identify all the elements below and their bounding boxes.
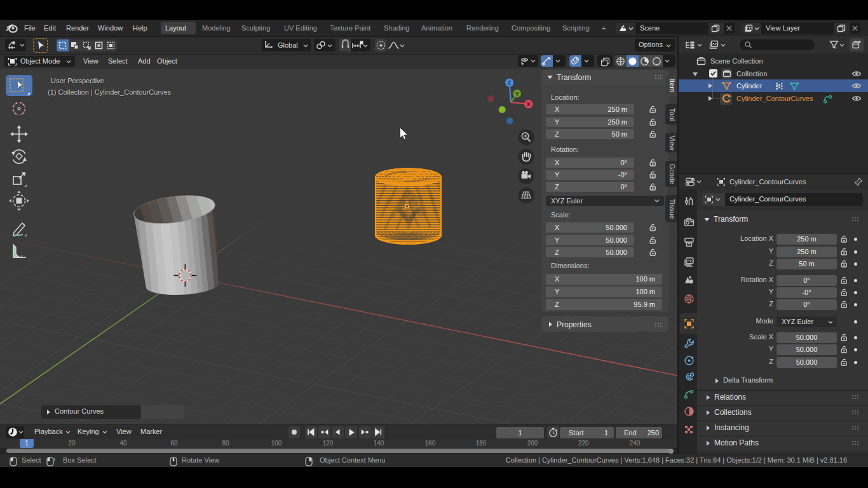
svg-text:X: X	[527, 101, 531, 107]
svg-text:Y: Y	[515, 91, 519, 97]
svg-text:Z: Z	[508, 79, 512, 86]
